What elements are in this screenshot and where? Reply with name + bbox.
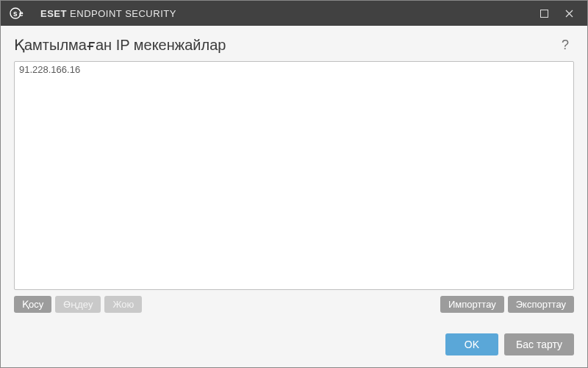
- list-item[interactable]: 91.228.166.16: [15, 62, 573, 77]
- import-button[interactable]: Импорттау: [440, 296, 504, 313]
- svg-text:e: e: [19, 10, 24, 18]
- brand: e s ESET ENDPOINT SECURITY: [10, 7, 176, 19]
- eset-logo-icon: e s: [10, 7, 35, 19]
- page-title: Қамтылмаған IP мекенжайлар: [14, 36, 556, 54]
- content-area: Қамтылмаған IP мекенжайлар ? 91.228.166.…: [1, 26, 587, 323]
- delete-button[interactable]: Жою: [104, 296, 142, 313]
- close-button[interactable]: [556, 1, 581, 26]
- ip-listbox[interactable]: 91.228.166.16: [14, 61, 574, 290]
- footer: OK Бас тарту: [1, 323, 587, 367]
- app-window: e s ESET ENDPOINT SECURITY Қамтылмаған I…: [0, 0, 588, 368]
- add-button[interactable]: Қосу: [14, 296, 51, 313]
- svg-rect-3: [540, 10, 548, 17]
- help-button[interactable]: ?: [556, 36, 574, 54]
- brand-suffix: ENDPOINT SECURITY: [70, 8, 176, 19]
- list-toolbar: Қосу Өңдеу Жою Импорттау Экспорттау: [14, 296, 574, 313]
- titlebar: e s ESET ENDPOINT SECURITY: [1, 1, 587, 26]
- svg-text:s: s: [13, 10, 18, 18]
- minimize-button[interactable]: [531, 1, 556, 26]
- header-row: Қамтылмаған IP мекенжайлар ?: [14, 36, 574, 54]
- cancel-button[interactable]: Бас тарту: [504, 333, 574, 355]
- edit-button[interactable]: Өңдеу: [55, 296, 101, 313]
- ok-button[interactable]: OK: [445, 333, 498, 355]
- brand-text: ESET ENDPOINT SECURITY: [40, 8, 176, 19]
- export-button[interactable]: Экспорттау: [508, 296, 574, 313]
- brand-prefix: ESET: [40, 8, 67, 19]
